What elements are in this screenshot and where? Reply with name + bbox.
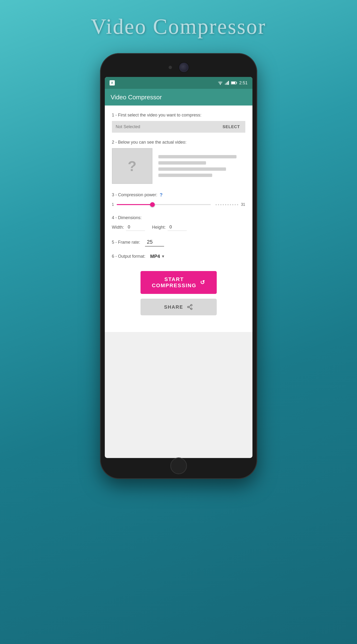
signal-icon — [225, 81, 229, 85]
video-path-input[interactable] — [112, 121, 218, 133]
framerate-input[interactable] — [145, 238, 164, 246]
height-label: Height: — [152, 225, 166, 230]
phone-bottom-bar — [105, 462, 252, 470]
format-label: 6 - Output format: — [112, 254, 146, 259]
page-title: Video Compressor — [91, 14, 266, 39]
meta-line-1 — [158, 155, 237, 158]
meta-line-3 — [158, 168, 226, 171]
step1-label: 1 - First select the video you want to c… — [112, 113, 245, 118]
dimensions-label: 4 - Dimensions: — [112, 215, 245, 220]
phone-speaker-dot — [168, 66, 172, 69]
video-select-row: SELECT — [112, 121, 245, 133]
slider-track — [117, 204, 210, 205]
slider-dots — [216, 204, 238, 205]
svg-point-9 — [188, 306, 189, 308]
svg-rect-1 — [225, 84, 226, 85]
app-content: 1 - First select the video you want to c… — [105, 106, 252, 332]
dropdown-arrow-icon: ▼ — [161, 254, 165, 259]
svg-rect-7 — [236, 82, 237, 84]
svg-line-11 — [189, 308, 190, 308]
video-preview-row: ? — [112, 148, 245, 184]
slider-min-label: 1 — [112, 202, 114, 207]
share-label: SHARE — [164, 304, 183, 310]
help-icon[interactable]: ? — [160, 192, 163, 198]
phone-camera — [179, 63, 188, 72]
framerate-section: 5 - Frame rate: — [112, 238, 245, 246]
svg-rect-6 — [232, 82, 236, 84]
width-label: Width: — [112, 225, 124, 230]
slider-row: 1 — [112, 201, 245, 208]
home-button[interactable] — [170, 458, 187, 474]
share-icon — [187, 304, 193, 310]
svg-rect-4 — [228, 81, 229, 85]
video-meta-lines — [158, 155, 245, 177]
svg-rect-2 — [226, 83, 227, 85]
svg-rect-3 — [227, 82, 228, 85]
step2-label: 2 - Below you can see the actual video: — [112, 140, 245, 145]
height-field: Height: — [152, 224, 187, 231]
slider-thumb[interactable] — [150, 202, 155, 207]
dimensions-row: Width: Height: — [112, 224, 245, 231]
status-bar: A — [105, 77, 252, 89]
battery-icon — [231, 81, 237, 85]
dimensions-section: 4 - Dimensions: Width: Height: — [112, 215, 245, 231]
width-field: Width: — [112, 224, 145, 231]
meta-line-2 — [158, 161, 206, 164]
buttons-section: START COMPRESSING ↺ SHARE — [112, 271, 245, 325]
start-compress-label: START COMPRESSING — [152, 276, 196, 289]
compress-icon: ↺ — [200, 279, 205, 286]
slider-max-label: 31 — [241, 202, 245, 207]
svg-point-8 — [190, 304, 192, 306]
width-input[interactable] — [126, 224, 145, 231]
thumbnail-placeholder: ? — [128, 158, 136, 174]
app-status-icon: A — [110, 80, 115, 86]
svg-point-10 — [190, 308, 192, 310]
phone-shell: A — [100, 53, 257, 479]
share-button[interactable]: SHARE — [140, 299, 217, 315]
toolbar-title: Video Compressor — [111, 94, 162, 101]
select-video-button[interactable]: SELECT — [217, 121, 245, 133]
phone-top-bar — [105, 63, 252, 72]
phone-screen: A — [105, 77, 252, 458]
video-thumbnail: ? — [112, 148, 152, 184]
height-input[interactable] — [168, 224, 187, 231]
start-compress-button[interactable]: START COMPRESSING ↺ — [140, 271, 217, 294]
slider-container[interactable] — [117, 201, 210, 208]
compression-label: 3 - Compression power: — [112, 192, 158, 198]
status-bar-right: 2:51 — [218, 80, 248, 86]
format-select-wrapper[interactable]: MP4 ▼ — [150, 254, 165, 259]
slider-fill — [117, 204, 152, 205]
status-bar-left: A — [110, 80, 115, 86]
status-time: 2:51 — [239, 80, 248, 86]
svg-line-12 — [189, 306, 190, 306]
compression-section: 3 - Compression power: ? 1 — [112, 192, 245, 208]
compression-label-row: 3 - Compression power: ? — [112, 192, 245, 198]
wifi-icon — [218, 81, 223, 85]
toolbar: Video Compressor — [105, 89, 252, 106]
svg-point-0 — [220, 84, 221, 85]
framerate-label: 5 - Frame rate: — [112, 240, 140, 245]
format-section: 6 - Output format: MP4 ▼ — [112, 254, 245, 259]
meta-line-4 — [158, 174, 212, 177]
format-value: MP4 — [150, 254, 160, 259]
